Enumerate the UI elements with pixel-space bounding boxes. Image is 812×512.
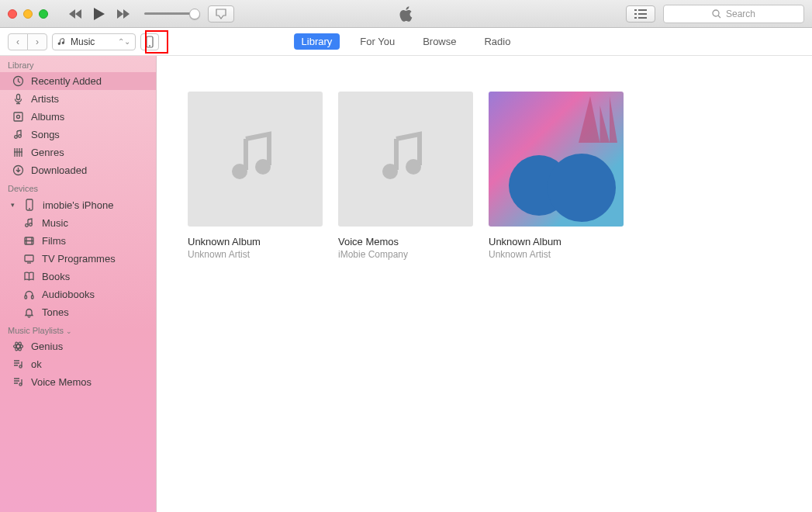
svg-rect-22: [25, 255, 33, 261]
sidebar-item-label: Artists: [31, 93, 59, 105]
tab-radio[interactable]: Radio: [476, 33, 518, 50]
sidebar-section-title: Devices: [0, 179, 156, 195]
svg-rect-4: [634, 17, 637, 19]
sidebar-item-label: Films: [42, 235, 66, 247]
album-card[interactable]: Unknown AlbumUnknown Artist: [188, 92, 323, 260]
chevron-updown-icon: ⌃⌄: [118, 37, 130, 46]
mic-icon: [11, 93, 25, 105]
sidebar-item-voice-memos[interactable]: Voice Memos: [0, 373, 156, 391]
album-art[interactable]: [338, 92, 473, 227]
sidebar-item-label: Recently Added: [31, 75, 102, 87]
note-icon: [11, 129, 25, 140]
sidebar-item-label: Music: [42, 217, 68, 229]
airplay-button[interactable]: [208, 5, 234, 22]
svg-point-25: [13, 344, 22, 348]
svg-point-30: [232, 164, 247, 179]
sidebar-item-downloaded[interactable]: Downloaded: [0, 161, 156, 179]
sidebar-item-recently-added[interactable]: Recently Added: [0, 72, 156, 90]
apple-logo-icon: [399, 6, 413, 22]
clock-icon: [11, 75, 25, 87]
search-icon: [712, 9, 721, 19]
svg-point-14: [14, 136, 17, 139]
album-icon: [11, 111, 25, 123]
list-view-button[interactable]: [626, 5, 655, 22]
svg-point-9: [149, 45, 150, 47]
album-artist: Unknown Artist: [489, 249, 624, 260]
sidebar-item-label: imobie's iPhone: [43, 199, 113, 211]
album-title: Unknown Album: [188, 236, 323, 247]
sidebar-item-label: Songs: [31, 129, 60, 140]
svg-rect-11: [16, 95, 19, 100]
navbar: ‹ › Music ⌃⌄ LibraryFor YouBrowseRadio: [0, 28, 812, 56]
svg-point-19: [25, 224, 28, 227]
sidebar: LibraryRecently AddedArtistsAlbumsSongsG…: [0, 56, 157, 512]
sidebar-item-label: Downloaded: [31, 164, 87, 176]
music-note-icon: [57, 37, 67, 47]
close-window-button[interactable]: [8, 9, 17, 19]
svg-rect-5: [638, 17, 647, 19]
airplay-icon: [215, 9, 227, 19]
album-artist: Unknown Artist: [188, 249, 323, 260]
svg-rect-0: [634, 9, 637, 11]
search-input[interactable]: Search: [663, 5, 804, 23]
minimize-window-button[interactable]: [23, 9, 33, 19]
next-track-button[interactable]: [116, 9, 130, 19]
history-nav: ‹ ›: [8, 33, 47, 50]
disclosure-triangle-icon[interactable]: ▾: [11, 201, 15, 209]
sidebar-item-label: Genius: [31, 341, 63, 352]
guitar-icon: [11, 147, 25, 158]
music-note-icon: [224, 128, 286, 190]
volume-slider[interactable]: [144, 12, 199, 15]
zoom-window-button[interactable]: [39, 9, 48, 19]
sidebar-item-films[interactable]: Films: [0, 232, 156, 250]
svg-line-7: [718, 16, 720, 18]
sidebar-item-albums[interactable]: Albums: [0, 108, 156, 126]
sidebar-item-label: Books: [42, 271, 70, 282]
svg-point-15: [18, 135, 21, 138]
sidebar-item-genres[interactable]: Genres: [0, 144, 156, 161]
album-card[interactable]: Unknown AlbumUnknown Artist: [489, 92, 624, 260]
album-art[interactable]: [489, 92, 624, 227]
sidebar-item-ok[interactable]: ok: [0, 355, 156, 373]
titlebar: Search: [0, 0, 812, 28]
sidebar-section-title: Library: [0, 56, 156, 72]
sidebar-item-genius[interactable]: Genius: [0, 337, 156, 355]
headphones-icon: [22, 289, 36, 300]
phone-icon: [146, 36, 154, 48]
media-type-selector[interactable]: Music ⌃⌄: [52, 33, 136, 50]
previous-track-button[interactable]: [68, 9, 82, 19]
media-type-label: Music: [71, 36, 95, 47]
album-title: Unknown Album: [489, 236, 624, 247]
svg-rect-3: [638, 13, 647, 15]
album-card[interactable]: Voice MemosiMobie Company: [338, 92, 473, 260]
sidebar-item-imobie-s-iphone[interactable]: ▾imobie's iPhone: [0, 195, 156, 214]
sidebar-item-audiobooks[interactable]: Audiobooks: [0, 285, 156, 303]
sidebar-item-music[interactable]: Music: [0, 214, 156, 232]
tab-browse[interactable]: Browse: [415, 33, 464, 50]
note-icon: [22, 217, 36, 229]
book-icon: [22, 271, 36, 282]
phone-icon: [22, 199, 36, 211]
film-icon: [22, 235, 36, 247]
sidebar-item-label: TV Programmes: [42, 253, 116, 265]
sidebar-section-title: Music Playlists ⌄: [0, 321, 156, 337]
album-art[interactable]: [188, 92, 323, 227]
tab-library[interactable]: Library: [294, 33, 340, 50]
sidebar-item-songs[interactable]: Songs: [0, 126, 156, 144]
top-tabs: LibraryFor YouBrowseRadio: [294, 33, 519, 50]
tab-for-you[interactable]: For You: [352, 33, 403, 50]
play-button[interactable]: [93, 7, 105, 21]
svg-point-32: [382, 164, 398, 179]
forward-button[interactable]: ›: [27, 33, 47, 50]
sidebar-item-books[interactable]: Books: [0, 268, 156, 285]
device-button[interactable]: [140, 33, 159, 50]
atom-icon: [11, 341, 25, 352]
sidebar-item-artists[interactable]: Artists: [0, 90, 156, 108]
sidebar-item-tones[interactable]: Tones: [0, 303, 156, 321]
sidebar-item-label: Tones: [42, 306, 69, 318]
svg-point-13: [16, 116, 19, 119]
svg-point-31: [255, 159, 271, 175]
back-button[interactable]: ‹: [8, 33, 28, 50]
sidebar-item-tv-programmes[interactable]: TV Programmes: [0, 250, 156, 268]
chevron-down-icon[interactable]: ⌄: [66, 327, 72, 335]
